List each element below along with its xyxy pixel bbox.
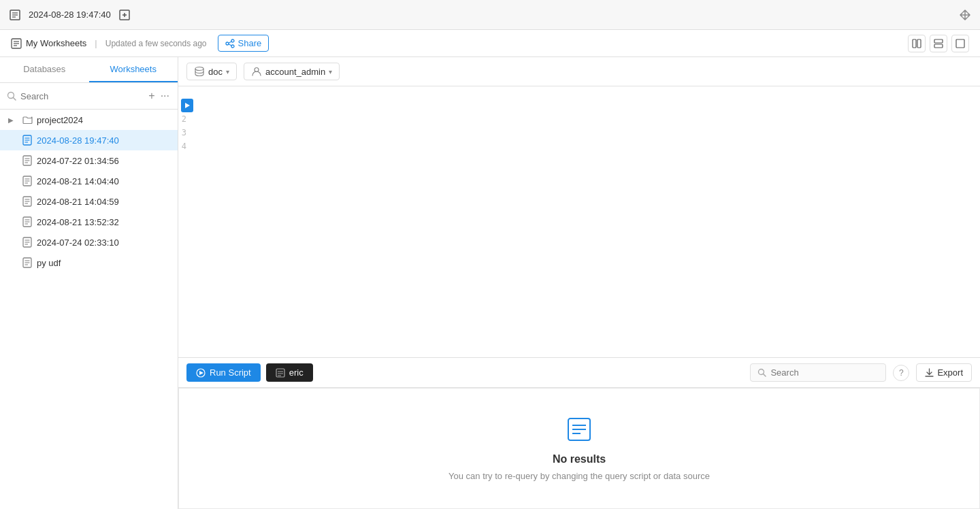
export-label: Export xyxy=(937,367,963,378)
svg-rect-18 xyxy=(934,39,943,43)
bottom-right-actions: ? Export xyxy=(750,363,972,382)
result-tab-eric[interactable]: eric xyxy=(266,363,313,382)
line-numbers: 2 3 4 xyxy=(178,86,203,160)
run-script-label: Run Script xyxy=(210,367,251,378)
run-line-indicator[interactable] xyxy=(181,99,193,112)
user-icon xyxy=(251,66,262,77)
updated-text: Updated a few seconds ago xyxy=(105,39,207,48)
worksheet-doc-icon xyxy=(22,216,33,227)
bottom-panel: Run Script eric xyxy=(178,357,980,509)
export-button[interactable]: Export xyxy=(916,363,972,382)
sidebar-items-list: ▶ project2024 ▶ xyxy=(0,110,178,509)
list-item[interactable]: ▶ 2024-08-28 19:47:40 xyxy=(0,130,178,150)
list-item[interactable]: ▶ project2024 xyxy=(0,110,178,130)
help-button[interactable]: ? xyxy=(893,365,909,381)
item-label: 2024-07-22 01:34:56 xyxy=(37,156,119,166)
sidebar: Databases Worksheets + ··· ▶ xyxy=(0,57,178,509)
database-selector[interactable]: doc ▾ xyxy=(186,63,237,80)
result-tab-label: eric xyxy=(289,367,304,378)
move-icon[interactable] xyxy=(958,8,972,22)
search-icon xyxy=(757,368,766,377)
database-icon xyxy=(194,66,205,77)
worksheet-icon xyxy=(8,8,22,22)
item-label: 2024-08-21 14:04:59 xyxy=(37,197,119,207)
role-selector[interactable]: account_admin ▾ xyxy=(244,63,340,80)
svg-point-13 xyxy=(231,45,234,48)
chevron-down-icon: ▾ xyxy=(329,68,332,76)
svg-line-14 xyxy=(229,42,231,43)
run-icon xyxy=(196,368,206,378)
item-label: 2024-08-21 14:04:40 xyxy=(37,176,119,186)
list-item[interactable]: ▶ 2024-07-22 01:34:56 xyxy=(0,150,178,171)
svg-rect-16 xyxy=(913,39,916,48)
tab-worksheets[interactable]: Worksheets xyxy=(89,57,178,82)
worksheet-doc-icon xyxy=(22,257,33,268)
separator: | xyxy=(95,38,97,48)
worksheet-doc-icon xyxy=(22,237,33,248)
no-results-area: No results You can try to re-query by ch… xyxy=(179,389,979,508)
sidebar-tabs: Databases Worksheets xyxy=(0,57,178,83)
results-search-input[interactable] xyxy=(770,367,872,378)
my-worksheets[interactable]: My Worksheets xyxy=(11,38,86,49)
new-doc-icon[interactable] xyxy=(118,8,131,22)
list-item[interactable]: ▶ 2024-07-24 02:33:10 xyxy=(0,232,178,252)
worksheet-doc-icon xyxy=(22,135,33,146)
download-icon xyxy=(925,368,934,377)
no-results-title: No results xyxy=(553,453,606,465)
run-script-button[interactable]: Run Script xyxy=(186,363,261,382)
item-label: 2024-07-24 02:33:10 xyxy=(37,237,119,248)
svg-point-11 xyxy=(231,39,234,42)
top-bar-title: 2024-08-28 19:47:40 xyxy=(29,10,111,20)
more-options-button[interactable]: ··· xyxy=(159,88,171,103)
sidebar-actions: + ··· xyxy=(147,88,171,103)
editor-toolbar: doc ▾ account_admin ▾ xyxy=(178,57,980,86)
list-item[interactable]: ▶ 2024-08-21 14:04:59 xyxy=(0,191,178,212)
list-item[interactable]: ▶ 2024-08-21 14:04:40 xyxy=(0,171,178,191)
main-content: Databases Worksheets + ··· ▶ xyxy=(0,57,980,509)
svg-rect-19 xyxy=(934,44,943,48)
svg-rect-17 xyxy=(917,39,921,48)
svg-marker-55 xyxy=(199,371,203,375)
share-button[interactable]: Share xyxy=(218,35,270,52)
second-bar: My Worksheets | Updated a few seconds ag… xyxy=(0,30,980,57)
item-label: 2024-08-28 19:47:40 xyxy=(37,135,119,146)
db-selector-label: doc xyxy=(208,67,223,77)
layout-btn-2[interactable] xyxy=(930,35,947,52)
svg-line-61 xyxy=(764,374,766,377)
no-results-icon xyxy=(566,416,593,445)
list-item[interactable]: ▶ 2024-08-21 13:52:32 xyxy=(0,212,178,232)
editor-area: doc ▾ account_admin ▾ xyxy=(178,57,980,509)
top-bar: 2024-08-28 19:47:40 xyxy=(0,0,980,30)
results-toolbar: Run Script eric xyxy=(178,358,980,388)
role-selector-label: account_admin xyxy=(265,67,325,77)
layout-btn-1[interactable] xyxy=(908,35,926,52)
result-icon xyxy=(276,368,285,378)
item-label: project2024 xyxy=(37,115,83,125)
sidebar-search-bar: + ··· xyxy=(0,83,178,110)
chevron-right-icon: ▶ xyxy=(8,116,18,124)
layout-btn-3[interactable] xyxy=(951,35,969,52)
results-search-bar xyxy=(750,363,886,382)
svg-marker-53 xyxy=(185,103,190,108)
chevron-down-icon: ▾ xyxy=(226,68,229,76)
results-panel: No results You can try to re-query by ch… xyxy=(178,388,980,509)
worksheet-doc-icon xyxy=(22,155,33,166)
item-label: py udf xyxy=(37,258,61,268)
svg-line-22 xyxy=(14,98,16,101)
my-worksheets-label: My Worksheets xyxy=(26,38,86,48)
svg-point-51 xyxy=(195,67,203,71)
share-label: Share xyxy=(238,38,262,48)
svg-rect-20 xyxy=(956,39,964,48)
no-results-desc: You can try to re-query by changing the … xyxy=(448,471,710,481)
code-editor[interactable]: 2 3 4 xyxy=(178,86,980,357)
worksheet-doc-icon xyxy=(22,176,33,186)
list-item[interactable]: ▶ py udf xyxy=(0,252,178,273)
svg-line-15 xyxy=(229,44,231,45)
search-icon xyxy=(7,91,16,101)
add-worksheet-button[interactable]: + xyxy=(147,88,156,103)
search-input[interactable] xyxy=(20,91,143,101)
tab-databases[interactable]: Databases xyxy=(0,57,89,82)
svg-point-12 xyxy=(226,42,229,45)
worksheet-doc-icon xyxy=(22,196,33,207)
folder-icon xyxy=(22,114,33,125)
